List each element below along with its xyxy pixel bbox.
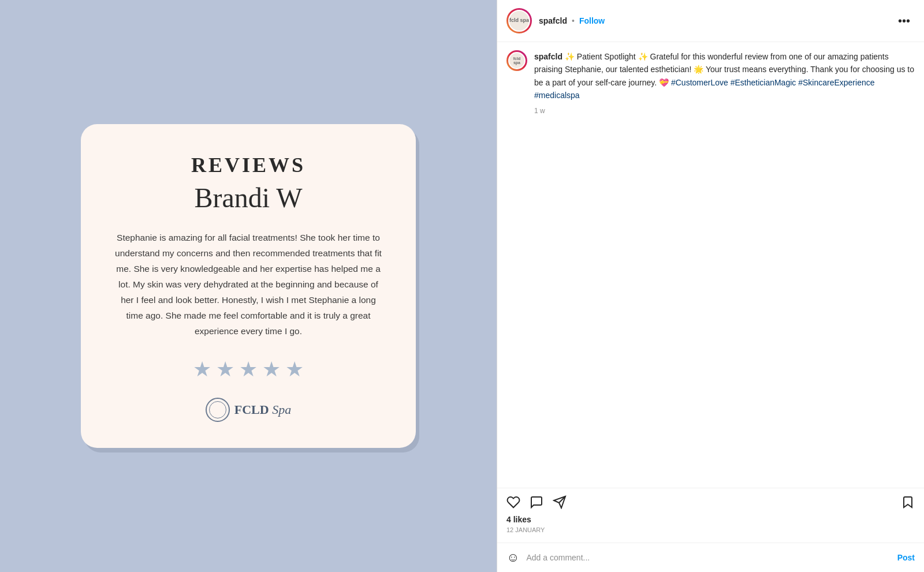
spacer [497, 273, 924, 488]
header-info: spafcld • Follow [539, 16, 893, 25]
review-title: REVIEWS [113, 153, 384, 177]
like-button[interactable] [506, 495, 520, 509]
star-3: ★ [239, 357, 258, 382]
action-bar: 4 likes 12 January [497, 488, 924, 543]
dot-separator: • [572, 16, 575, 25]
likes-count: 4 likes [506, 515, 915, 524]
star-5: ★ [285, 357, 304, 382]
spa-name-script: Spa [272, 402, 291, 417]
caption-avatar-inner: fcldspa [508, 52, 526, 69]
review-card: REVIEWS Brandi W Stephanie is amazing fo… [81, 124, 416, 448]
caption-area: fcldspa spafcld ✨ Patient Spotlight ✨ Gr… [497, 42, 924, 273]
image-panel: REVIEWS Brandi W Stephanie is amazing fo… [0, 0, 497, 572]
star-rating: ★ ★ ★ ★ ★ [113, 357, 384, 382]
star-4: ★ [262, 357, 281, 382]
comment-section: ☺ Post [497, 543, 924, 572]
share-icon [553, 495, 567, 509]
action-icons [506, 495, 915, 509]
right-panel: fcld spa spafcld • Follow ••• fcldspa sp… [497, 0, 924, 572]
heart-icon [506, 495, 520, 509]
spa-logo-inner [209, 401, 226, 418]
post-date: 12 January [506, 526, 915, 533]
caption-header: fcldspa spafcld ✨ Patient Spotlight ✨ Gr… [506, 50, 915, 102]
caption-text: spafcld ✨ Patient Spotlight ✨ Grateful f… [534, 50, 915, 102]
comment-button[interactable] [530, 495, 543, 509]
caption-avatar-ring: fcldspa [506, 50, 527, 71]
post-comment-button[interactable]: Post [897, 553, 915, 562]
caption-username[interactable]: spafcld [534, 52, 562, 61]
more-options-button[interactable]: ••• [893, 12, 915, 30]
comment-icon [530, 495, 543, 509]
star-1: ★ [193, 357, 211, 382]
avatar-ring: fcld spa [506, 8, 532, 33]
spa-name: FCLD Spa [234, 402, 291, 417]
reviewer-name: Brandi W [113, 182, 384, 214]
comment-input[interactable] [526, 553, 890, 562]
spa-name-bold: FCLD [234, 402, 269, 417]
emoji-button[interactable]: ☺ [506, 550, 519, 565]
star-2: ★ [216, 357, 234, 382]
bookmark-icon [901, 495, 915, 509]
caption-avatar-text: fcldspa [513, 57, 520, 65]
bookmark-button[interactable] [901, 495, 915, 509]
spa-logo: FCLD Spa [113, 398, 384, 422]
header-username[interactable]: spafcld [539, 16, 567, 25]
avatar-text: fcld spa [509, 18, 529, 24]
spa-logo-circle [206, 398, 230, 422]
avatar-inner: fcld spa [508, 10, 530, 32]
post-header: fcld spa spafcld • Follow ••• [497, 0, 924, 42]
review-text: Stephanie is amazing for all facial trea… [113, 230, 384, 339]
follow-button[interactable]: Follow [579, 16, 605, 25]
share-button[interactable] [553, 495, 567, 509]
avatar-wrapper: fcld spa [506, 8, 532, 33]
post-timestamp: 1 w [534, 107, 915, 115]
